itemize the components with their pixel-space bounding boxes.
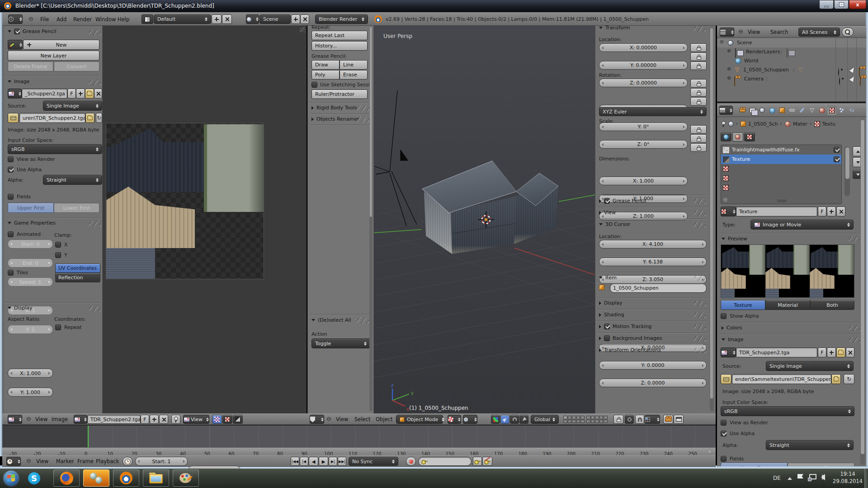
props-image-unlink[interactable] bbox=[846, 347, 854, 357]
tab-constraints[interactable] bbox=[788, 106, 797, 115]
world-texture-button[interactable] bbox=[721, 132, 731, 141]
timeline-menu-view[interactable]: View bbox=[36, 458, 48, 465]
tab-scene[interactable] bbox=[758, 106, 767, 115]
grease-pencil-n-header[interactable]: Grease Pencil bbox=[599, 198, 646, 204]
layers-grid-2[interactable] bbox=[586, 416, 608, 423]
props-image-datablock-button[interactable] bbox=[721, 347, 736, 357]
transform-section-header[interactable]: Transform bbox=[599, 25, 630, 31]
item-name-field[interactable]: 1_0500_Schuppen bbox=[610, 283, 707, 293]
clamp-x-checkbox[interactable] bbox=[55, 242, 61, 248]
convert-button[interactable]: Convert bbox=[54, 61, 99, 71]
toolshelf-scrollbar[interactable] bbox=[369, 27, 373, 411]
snap-element-button[interactable] bbox=[645, 415, 660, 424]
menu-window[interactable]: Window bbox=[95, 16, 116, 23]
uv-collapse-menus-icon[interactable]: ⊖ bbox=[26, 415, 31, 422]
outliner-menu-view[interactable]: View bbox=[748, 29, 760, 35]
layout-delete-button[interactable] bbox=[222, 14, 232, 24]
location-z-slider[interactable]: Z: 0.00000 bbox=[599, 79, 688, 87]
start-button[interactable] bbox=[4, 471, 19, 486]
gp-draw-button[interactable]: Draw bbox=[311, 60, 340, 70]
use-alpha-checkbox[interactable] bbox=[8, 167, 14, 173]
background-images-header[interactable]: Background Images bbox=[599, 335, 662, 341]
action-select[interactable]: Toggle bbox=[311, 338, 370, 348]
minimize-button[interactable] bbox=[819, 0, 834, 9]
lock-rotation-x[interactable] bbox=[690, 79, 707, 88]
sync-mode-select[interactable]: No Sync bbox=[349, 457, 398, 466]
gp-poly-button[interactable]: Poly bbox=[311, 70, 340, 80]
breadcrumb-object[interactable]: 1_0500_Sch bbox=[748, 121, 778, 127]
texture-unlink-button[interactable] bbox=[836, 206, 845, 216]
layers-grid[interactable] bbox=[563, 416, 585, 423]
show-alpha-checkbox[interactable] bbox=[721, 313, 726, 319]
taskbar-orange-app-button[interactable] bbox=[83, 469, 109, 487]
props-image-source-select[interactable]: Single Image bbox=[766, 361, 854, 371]
tab-render-layers[interactable] bbox=[748, 106, 757, 115]
area-corner-widget[interactable] bbox=[300, 27, 305, 33]
jump-to-start-button[interactable]: |◀◀ bbox=[291, 457, 299, 466]
dim-x-slider[interactable]: X: 4.100 bbox=[599, 240, 707, 249]
layout-add-button[interactable] bbox=[212, 14, 222, 24]
editor-type-button-timeline[interactable] bbox=[6, 457, 21, 466]
outliner-menu-search[interactable]: Search bbox=[770, 29, 788, 35]
manipulator-scale-button[interactable] bbox=[519, 415, 528, 424]
v3d-menu-object[interactable]: Object bbox=[376, 416, 392, 422]
game-properties-section-header[interactable]: Game Properties bbox=[8, 220, 56, 226]
scene-field[interactable]: Scene bbox=[259, 14, 291, 24]
delete-frame-button[interactable]: Delete Frame bbox=[8, 61, 53, 71]
anim-end-slider[interactable]: End: 0 bbox=[8, 258, 53, 267]
grease-pencil-source-button[interactable] bbox=[8, 40, 23, 50]
show-desktop-button[interactable] bbox=[864, 469, 868, 488]
timeline-collapse-icon[interactable]: ⊖ bbox=[26, 457, 31, 464]
render-opengl-button[interactable] bbox=[663, 415, 673, 424]
prev-keyframe-button[interactable]: |◀ bbox=[300, 457, 308, 466]
lock-location-z[interactable] bbox=[690, 61, 707, 70]
props-image-add[interactable] bbox=[827, 347, 836, 357]
mode-select[interactable]: Object Mode bbox=[396, 415, 443, 424]
upper-first-button[interactable]: Upper First bbox=[8, 203, 54, 213]
props-view-as-render-checkbox[interactable] bbox=[721, 420, 726, 426]
outliner-row-object[interactable]: ⊕ ▽ 1_0500_Schuppen | ▽ bbox=[717, 66, 866, 75]
reflection-button[interactable]: Reflection bbox=[55, 273, 100, 282]
tab-world[interactable] bbox=[768, 106, 777, 115]
grease-pencil-checkbox[interactable] bbox=[14, 28, 20, 34]
taskbar-paint-app-button[interactable] bbox=[173, 469, 199, 487]
display-section-header[interactable]: Display bbox=[8, 305, 33, 311]
image-add-button[interactable] bbox=[76, 89, 85, 99]
uv-menu-view[interactable]: View bbox=[35, 416, 47, 422]
props-scrollbar[interactable] bbox=[860, 119, 865, 465]
menu-file[interactable]: File bbox=[40, 16, 49, 23]
uv-image-unlink-button[interactable] bbox=[159, 415, 168, 424]
npanel-scrollbar[interactable] bbox=[710, 27, 714, 411]
image-datablock-icon-button[interactable] bbox=[8, 89, 22, 99]
slots-scrollbar[interactable] bbox=[844, 146, 850, 196]
v3d-collapse-menus-icon[interactable]: ⊖ bbox=[326, 415, 331, 422]
new-layer-button[interactable]: New Layer bbox=[8, 51, 99, 61]
uv-fake-user-button[interactable]: F bbox=[141, 415, 149, 424]
fake-user-button[interactable]: F bbox=[67, 89, 76, 99]
timeline-menu-marker[interactable]: Marker bbox=[56, 458, 74, 465]
manipulator-translate-button[interactable] bbox=[500, 415, 509, 424]
list-resize-grip[interactable] bbox=[777, 200, 786, 202]
timeline-menu-playback[interactable]: Playback bbox=[96, 458, 119, 465]
image-unlink-button[interactable] bbox=[94, 89, 102, 99]
breadcrumb-material[interactable]: Mater bbox=[793, 121, 807, 127]
props-image-open[interactable] bbox=[836, 347, 845, 357]
menu-add[interactable]: Add bbox=[57, 16, 66, 23]
props-image-name-field[interactable]: TDR_Schuppen2.tga bbox=[736, 347, 817, 357]
manipulator-rotate-button[interactable] bbox=[510, 415, 519, 424]
uv-image-datablock-button[interactable] bbox=[74, 415, 87, 424]
play-reverse-button[interactable]: ◀ bbox=[309, 457, 318, 466]
image-pack-button[interactable] bbox=[8, 113, 19, 123]
outliner-row-scene[interactable]: ⊖ Scene bbox=[717, 38, 866, 47]
uv-coordinates-button[interactable]: UV Coordinates bbox=[55, 263, 100, 273]
outliner-search-button[interactable] bbox=[842, 28, 854, 37]
menu-help[interactable]: Help bbox=[118, 16, 129, 23]
repeat-last-button[interactable]: Repeat Last bbox=[311, 31, 368, 40]
tab-object-data[interactable]: ▽ bbox=[807, 106, 816, 115]
texture-add-button[interactable] bbox=[827, 206, 836, 216]
anim-speed-slider[interactable]: Speed: 1 bbox=[8, 277, 53, 286]
tray-clock[interactable]: 19:14 29.08.2014 bbox=[832, 471, 863, 484]
keying-set-field[interactable] bbox=[418, 457, 472, 466]
tab-texture[interactable] bbox=[827, 106, 836, 115]
cursor-3d-section-header[interactable]: 3D Cursor bbox=[599, 221, 630, 227]
